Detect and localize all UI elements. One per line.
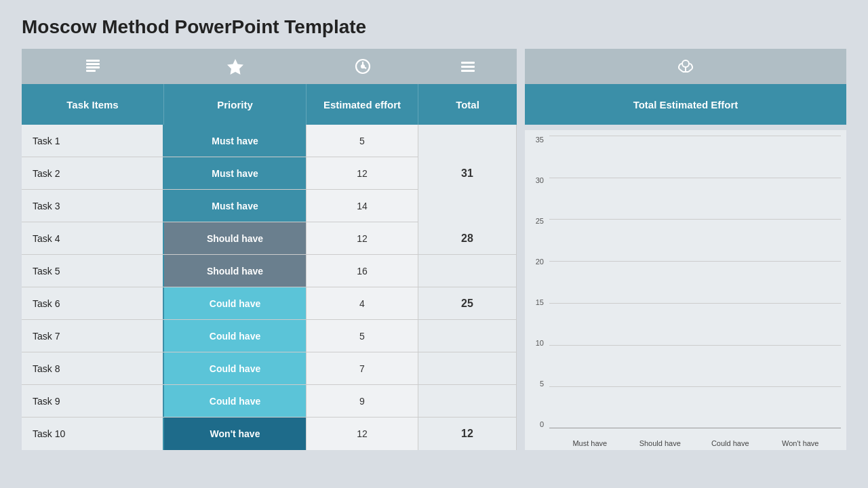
priority-badge: Should have bbox=[164, 255, 307, 287]
header-total: Total bbox=[418, 84, 517, 125]
table-row: Task 6 Could have 4 25 bbox=[22, 287, 517, 320]
table-row: Task 5 Should have 16 bbox=[22, 255, 517, 287]
effort-value: 14 bbox=[307, 190, 418, 222]
x-label-could: Could have bbox=[695, 439, 766, 447]
svg-point-6 bbox=[361, 65, 364, 68]
total-value: 12 bbox=[418, 418, 517, 450]
main-container: Task Items Priority Estimated effort Tot… bbox=[22, 49, 846, 450]
priority-badge: Won't have bbox=[164, 418, 307, 450]
table-section: Task Items Priority Estimated effort Tot… bbox=[22, 49, 517, 450]
effort-value: 7 bbox=[307, 352, 418, 384]
header-effort: Estimated effort bbox=[307, 84, 418, 125]
svg-point-10 bbox=[682, 60, 689, 67]
total-placeholder bbox=[418, 320, 517, 352]
effort-value: 5 bbox=[307, 320, 418, 352]
task-name: Task 7 bbox=[22, 320, 164, 352]
y-label-25: 25 bbox=[536, 217, 544, 225]
page-title: Moscow Method PowerPoint Template bbox=[22, 16, 846, 38]
y-label-10: 10 bbox=[536, 339, 544, 347]
priority-badge: Could have bbox=[164, 320, 307, 352]
chart-icon-row bbox=[525, 49, 846, 84]
header-task: Task Items bbox=[22, 84, 164, 125]
table-row: Task 7 Could have 5 bbox=[22, 320, 517, 352]
bar-chart: 0 5 10 15 20 25 30 35 bbox=[525, 130, 846, 450]
x-label-should: Should have bbox=[625, 439, 696, 447]
should-total: 28 bbox=[461, 232, 473, 245]
task-name: Task 8 bbox=[22, 352, 164, 384]
header-priority: Priority bbox=[164, 84, 307, 125]
table-row: Task 8 Could have 7 bbox=[22, 352, 517, 385]
table-row: Task 4 Should have 12 28 bbox=[22, 222, 517, 255]
y-label-35: 35 bbox=[536, 136, 544, 144]
priority-badge: Must have bbox=[164, 157, 307, 189]
could-total: 25 bbox=[461, 298, 473, 310]
svg-rect-2 bbox=[86, 66, 100, 68]
table-row: Task 9 Could have 9 bbox=[22, 385, 517, 418]
task-name: Task 9 bbox=[22, 385, 164, 417]
task-icon bbox=[22, 49, 164, 84]
effort-value: 4 bbox=[307, 287, 418, 319]
task-name: Task 2 bbox=[22, 157, 164, 189]
y-label-0: 0 bbox=[540, 420, 544, 428]
total-value: 25 bbox=[418, 287, 517, 319]
icon-row bbox=[22, 49, 517, 84]
priority-badge: Must have bbox=[164, 125, 307, 157]
effort-icon bbox=[307, 49, 418, 84]
svg-rect-0 bbox=[86, 60, 100, 62]
priority-badge: Could have bbox=[164, 352, 307, 384]
task-name: Task 4 bbox=[22, 222, 164, 254]
y-label-5: 5 bbox=[540, 380, 544, 388]
priority-badge: Must have bbox=[164, 190, 307, 222]
total-placeholder bbox=[418, 255, 517, 287]
svg-marker-4 bbox=[227, 59, 243, 75]
table-header: Task Items Priority Estimated effort Tot… bbox=[22, 84, 517, 125]
y-label-30: 30 bbox=[536, 176, 544, 184]
chart-section: Total Estimated Effort 0 5 10 15 20 25 3… bbox=[517, 49, 846, 450]
table-row: Task 10 Won't have 12 12 bbox=[22, 418, 517, 450]
effort-value: 9 bbox=[307, 385, 418, 417]
priority-badge: Could have bbox=[164, 385, 307, 417]
effort-value: 5 bbox=[307, 125, 418, 157]
task-name: Task 1 bbox=[22, 125, 164, 157]
task-name: Task 10 bbox=[22, 418, 164, 450]
x-label-must: Must have bbox=[555, 439, 625, 447]
must-total: 31 bbox=[461, 167, 473, 180]
table-row: Task 1 Must have 5 31 bbox=[22, 125, 517, 157]
effort-value: 12 bbox=[307, 157, 418, 189]
effort-value: 12 bbox=[307, 418, 418, 450]
priority-badge: Could have bbox=[164, 287, 307, 319]
priority-icon bbox=[164, 49, 307, 84]
chart-title: Total Estimated Effort bbox=[525, 84, 846, 125]
task-name: Task 6 bbox=[22, 287, 164, 319]
svg-rect-1 bbox=[86, 63, 100, 65]
total-value: 31 bbox=[418, 125, 517, 222]
total-placeholder bbox=[418, 385, 517, 417]
y-label-20: 20 bbox=[536, 258, 544, 266]
total-icon bbox=[418, 49, 517, 84]
svg-rect-7 bbox=[461, 62, 475, 64]
task-name: Task 3 bbox=[22, 190, 164, 222]
priority-badge: Should have bbox=[164, 222, 307, 254]
svg-rect-3 bbox=[86, 70, 96, 72]
svg-rect-8 bbox=[461, 66, 475, 68]
y-label-15: 15 bbox=[536, 298, 544, 306]
x-label-wont: Won't have bbox=[766, 439, 836, 447]
svg-rect-9 bbox=[461, 70, 475, 72]
effort-value: 16 bbox=[307, 255, 418, 287]
task-name: Task 5 bbox=[22, 255, 164, 287]
wont-total: 12 bbox=[461, 428, 473, 440]
total-value: 28 bbox=[418, 222, 517, 254]
effort-value: 12 bbox=[307, 222, 418, 254]
total-placeholder bbox=[418, 352, 517, 384]
